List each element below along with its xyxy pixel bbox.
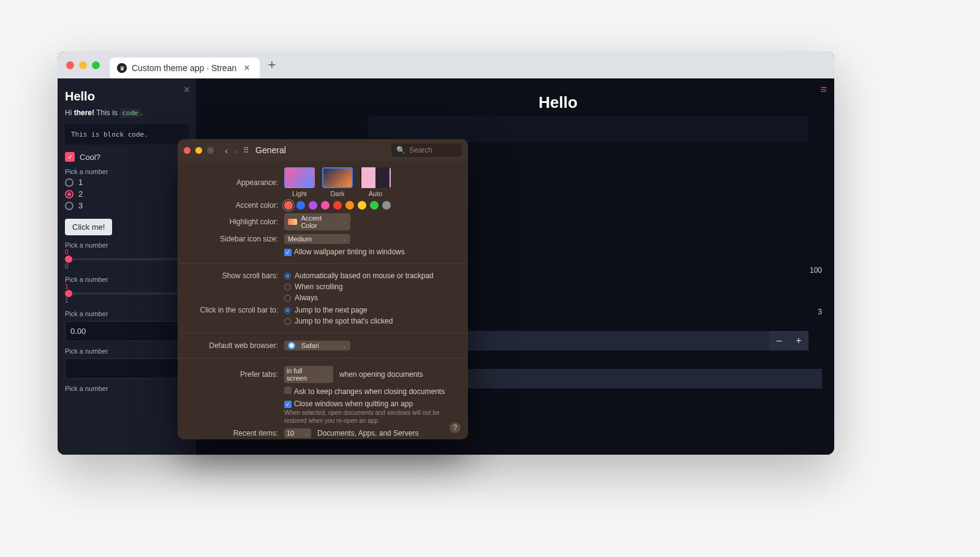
slider-value-top: 1 (65, 283, 189, 290)
radio-icon (284, 307, 291, 314)
main-heading: Hello (294, 93, 822, 112)
slider-label: Pick a number (65, 241, 189, 249)
accent-swatch[interactable] (321, 201, 330, 210)
checkbox-close-windows[interactable]: ✓Close windows when quitting an app When… (284, 400, 459, 425)
tab-close-icon[interactable]: × (241, 63, 252, 74)
number-plus-button[interactable]: + (789, 331, 809, 350)
prefs-grid-icon[interactable]: ⠿ (243, 146, 249, 155)
window-minimize-icon[interactable] (195, 147, 202, 154)
radio-group-label: Pick a number (65, 168, 189, 175)
radio-icon (65, 202, 74, 210)
app-menu-icon[interactable]: ≡ (820, 83, 827, 96)
recent-dropdown[interactable]: 10 ⌄ (284, 428, 311, 438)
radio-scroll-scrolling[interactable]: When scrolling (284, 282, 434, 291)
slider-1[interactable] (65, 258, 189, 260)
radio-icon (284, 295, 291, 301)
slider-2[interactable] (65, 292, 189, 295)
radio-label: When scrolling (295, 282, 343, 291)
appearance-auto[interactable]: Auto (360, 167, 391, 197)
prefs-title: General (255, 145, 286, 155)
browser-dropdown[interactable]: Safari ⌄ (284, 341, 350, 350)
nav-back-icon[interactable]: ‹ (225, 145, 228, 156)
browser-tab[interactable]: ♛ Custom theme app · Strean × (110, 58, 260, 78)
appearance-thumb-icon (284, 167, 315, 188)
radio-label: 3 (78, 201, 83, 210)
field-label: Pick a number (65, 385, 189, 392)
checkbox-label: Allow wallpaper tinting in windows (294, 248, 405, 256)
highlight-dropdown[interactable]: Accent Color ⌄ (284, 213, 350, 230)
search-icon: 🔍 (396, 146, 405, 154)
radio-click-next[interactable]: Jump to the next page (284, 306, 393, 314)
tab-title: Custom theme app · Strean (132, 63, 236, 73)
radio-icon (65, 178, 74, 187)
checkbox-label: Close windows when quitting an app (294, 400, 413, 408)
nav-forward-icon[interactable]: › (234, 145, 237, 156)
accent-swatch[interactable] (370, 201, 379, 210)
prefs-body: Appearance: Light Dark Auto Accent color… (178, 161, 468, 439)
text: . (141, 108, 143, 117)
checkbox-label: Ask to keep changes when closing documen… (294, 387, 445, 396)
accent-swatch[interactable] (358, 201, 366, 210)
radio-scroll-auto[interactable]: Automatically based on mouse or trackpad (284, 271, 434, 280)
slider-value-bottom: 0 (65, 263, 189, 270)
slider-value-bottom: 1 (65, 297, 189, 304)
accent-swatch[interactable] (345, 201, 354, 210)
radio-click-spot[interactable]: Jump to the spot that's clicked (284, 317, 393, 325)
radio-label: 2 (78, 189, 83, 199)
radio-scroll-always[interactable]: Always (284, 294, 434, 302)
new-tab-button[interactable]: + (268, 57, 276, 73)
window-zoom-icon[interactable] (92, 61, 100, 69)
radio-icon (65, 190, 74, 199)
checkbox-icon: ✓ (65, 152, 75, 162)
tabs-dropdown[interactable]: in full screen ⌄ (284, 366, 333, 383)
row-wallpaper-tint: ✓Allow wallpaper tinting in windows (186, 248, 459, 256)
label-browser: Default web browser: (186, 341, 278, 350)
swatch-icon (288, 219, 297, 225)
checkbox-label: Cool? (80, 153, 100, 162)
text-input-field[interactable] (65, 358, 189, 379)
accent-swatch[interactable] (333, 201, 342, 210)
help-button[interactable]: ? (450, 422, 461, 433)
number-input-field[interactable] (65, 321, 179, 341)
radio-label: 1 (78, 178, 83, 187)
prefs-search[interactable]: 🔍 Search (391, 143, 462, 157)
checkbox-ask-changes[interactable]: Ask to keep changes when closing documen… (284, 387, 445, 396)
sidebar-close-icon[interactable]: × (183, 83, 190, 96)
window-zoom-icon (207, 147, 214, 154)
accent-swatch[interactable] (296, 201, 305, 210)
prefs-nav: ‹ › (225, 145, 237, 156)
checkbox-icon: ✓ (284, 249, 292, 256)
window-minimize-icon[interactable] (79, 61, 87, 69)
label-click-scroll: Click in the scroll bar to: (186, 306, 278, 314)
appearance-dark[interactable]: Dark (322, 167, 353, 197)
row-close-windows: ✓Close windows when quitting an app When… (186, 400, 459, 425)
radio-option-1[interactable]: 1 (65, 178, 189, 187)
slider-thumb-icon[interactable] (65, 256, 72, 263)
sidebar-icon-dropdown[interactable]: Medium ⌄ (284, 234, 350, 244)
radio-option-2[interactable]: 2 (65, 189, 189, 199)
search-placeholder: Search (409, 146, 432, 154)
dropdown-value: 10 (287, 430, 294, 437)
row-accent-color: Accent color: (186, 201, 459, 210)
divider (178, 263, 468, 264)
radio-icon (284, 318, 291, 325)
radio-option-3[interactable]: 3 (65, 201, 189, 210)
checkbox-icon: ✓ (284, 401, 292, 408)
chevron-down-icon: ⌄ (342, 343, 347, 349)
window-close-icon[interactable] (184, 147, 190, 154)
number-minus-button[interactable]: – (769, 331, 789, 350)
window-traffic-lights (184, 147, 214, 154)
accent-swatch[interactable] (284, 201, 293, 210)
checkbox-cool[interactable]: ✓ Cool? (65, 152, 189, 162)
appearance-light[interactable]: Light (284, 167, 315, 197)
accent-swatch[interactable] (309, 201, 317, 210)
window-close-icon[interactable] (66, 61, 74, 69)
click-me-button[interactable]: Click me! (65, 219, 112, 235)
radio-icon (284, 284, 291, 290)
appearance-options: Light Dark Auto (284, 167, 391, 197)
slider-thumb-icon[interactable] (65, 290, 72, 297)
checkbox-wallpaper-tint[interactable]: ✓Allow wallpaper tinting in windows (284, 248, 405, 256)
text-input (65, 358, 189, 379)
slider-label: Pick a number (65, 276, 189, 283)
accent-swatch[interactable] (382, 201, 391, 210)
